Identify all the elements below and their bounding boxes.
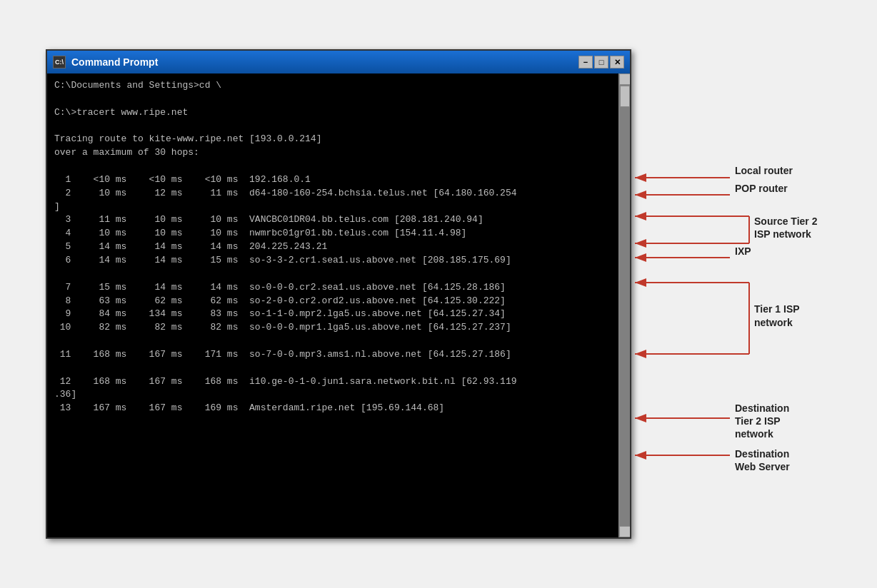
dest-web-label-line2: Web Server [735, 461, 790, 472]
title-bar: C:\ Command Prompt − □ ✕ [47, 51, 630, 74]
tier1-label-line2: network [754, 317, 793, 328]
console-line: 6 14 ms 14 ms 15 ms so-3-3-2.cr1.sea1.us… [54, 254, 611, 268]
scroll-down-button[interactable]: ▼ [619, 526, 631, 537]
console-line [54, 362, 611, 375]
console-line: 8 63 ms 62 ms 62 ms so-2-0-0.cr2.ord2.us… [54, 295, 611, 308]
command-prompt-window: C:\ Command Prompt − □ ✕ C:\Documents an… [46, 49, 631, 539]
scrollbar[interactable]: ▲ ▼ [618, 74, 630, 537]
console-line: 10 82 ms 82 ms 82 ms so-0-0-0.mpr1.lga5.… [54, 321, 611, 335]
console-body: C:\Documents and Settings>cd \ C:\>trace… [47, 74, 630, 537]
outer-wrapper: C:\ Command Prompt − □ ✕ C:\Documents an… [46, 49, 831, 539]
local-router-label: Local router [735, 165, 793, 176]
console-line [54, 268, 611, 281]
minimize-button[interactable]: − [578, 56, 593, 69]
console-line: 5 14 ms 14 ms 14 ms 204.225.243.21 [54, 240, 611, 254]
console-line: 2 10 ms 12 ms 11 ms d64-180-160-254.bchs… [54, 187, 611, 201]
ixp-label: IXP [735, 245, 751, 257]
console-line [54, 120, 611, 133]
console-line: Tracing route to kite-www.ripe.net [193.… [54, 133, 611, 146]
window-controls: − □ ✕ [578, 56, 624, 69]
console-line: .36] [54, 388, 611, 402]
console-line: C:\>tracert www.ripe.net [54, 106, 611, 120]
console-line: 13 167 ms 167 ms 169 ms Amsterdam1.ripe.… [54, 402, 611, 415]
tier1-label-line1: Tier 1 ISP [754, 303, 800, 315]
close-button[interactable]: ✕ [610, 56, 624, 69]
scroll-track[interactable] [619, 85, 630, 526]
pop-router-label: POP router [735, 183, 788, 194]
dest-tier2-label-line1: Destination [735, 402, 789, 414]
console-line: 1 <10 ms <10 ms <10 ms 192.168.0.1 [54, 173, 611, 187]
window-title: Command Prompt [71, 56, 578, 68]
console-line [54, 93, 611, 106]
console-line: 9 84 ms 134 ms 83 ms so-1-1-0.mpr2.lga5.… [54, 308, 611, 321]
dest-tier2-label-line3: network [735, 428, 773, 440]
scroll-up-button[interactable]: ▲ [619, 74, 631, 85]
console-line: 4 10 ms 10 ms 10 ms nwmrbc01gr01.bb.telu… [54, 227, 611, 240]
console-line: C:\Documents and Settings>cd \ [54, 79, 611, 93]
restore-button[interactable]: □ [594, 56, 608, 69]
scroll-thumb[interactable] [620, 86, 630, 107]
console-line [54, 160, 611, 173]
console-line: 11 168 ms 167 ms 171 ms so-7-0-0.mpr3.am… [54, 348, 611, 362]
dest-web-label-line1: Destination [735, 448, 789, 460]
dest-tier2-label-line2: Tier 2 ISP [735, 415, 781, 427]
console-line: 12 168 ms 167 ms 168 ms i10.ge-0-1-0.jun… [54, 375, 611, 389]
window-icon: C:\ [53, 56, 66, 69]
console-line: over a maximum of 30 hops: [54, 146, 611, 160]
console-line: 7 15 ms 14 ms 14 ms so-0-0-0.cr2.sea1.us… [54, 281, 611, 295]
console-line: ] [54, 201, 611, 214]
console-output: C:\Documents and Settings>cd \ C:\>trace… [54, 79, 611, 415]
source-tier2-label-line2: ISP network [754, 228, 811, 240]
source-tier2-label-line1: Source Tier 2 [754, 216, 818, 227]
console-line [54, 335, 611, 348]
console-line: 3 11 ms 10 ms 10 ms VANCBC01DR04.bb.telu… [54, 213, 611, 227]
